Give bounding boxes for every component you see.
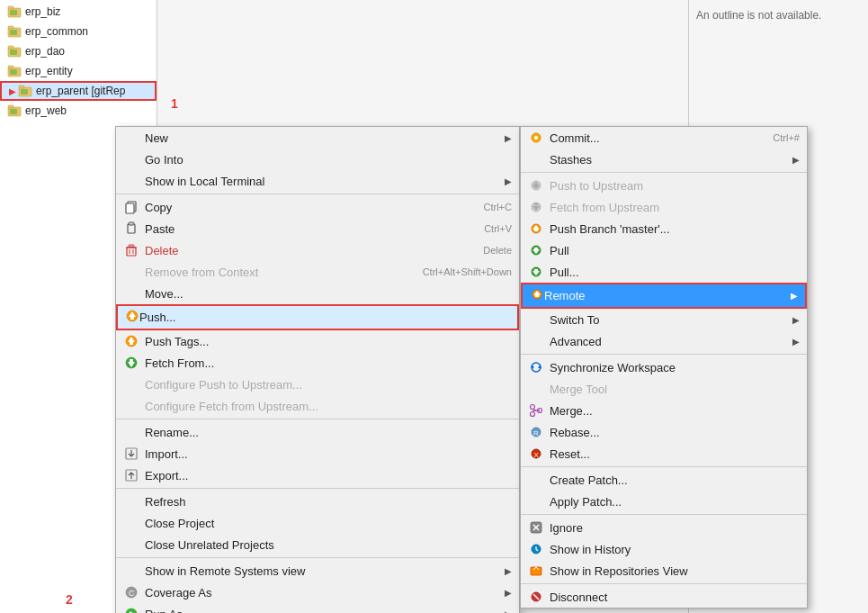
menu-item-push-tags[interactable]: Push Tags... [116,330,519,352]
git-menu-advanced[interactable]: Advanced ▶ [521,330,807,352]
menu-label: Create Patch... [550,473,800,487]
refresh-icon [123,493,139,509]
menu-item-delete[interactable]: Delete Delete [116,239,519,261]
menu-item-coverage-as[interactable]: C Coverage As ▶ [116,581,519,603]
tree-item-label: erp_dao [25,45,65,58]
menu-item-new[interactable]: New ▶ [116,127,519,149]
tree-item-erp_parent[interactable]: ▶ erp_parent [gitRep [0,81,157,101]
menu-label: Show in Local Terminal [145,175,505,188]
ignore-icon [528,519,544,536]
menu-label: Synchronize Workspace [550,361,800,374]
svg-text:R: R [533,429,539,437]
git-menu-push-branch[interactable]: Push Branch 'master'... [521,218,807,239]
git-menu-stashes[interactable]: Stashes ▶ [521,149,807,170]
menu-label: Close Project [145,517,512,530]
tree-item-erp_biz[interactable]: erp_biz [0,2,157,22]
git-menu-pull[interactable]: Pull [521,239,807,261]
import-icon [123,446,139,462]
delete-icon [123,242,139,258]
svg-rect-21 [129,222,134,225]
git-menu-remote[interactable]: Remote ▶ [521,283,807,309]
svg-rect-17 [10,109,17,114]
git-menu-create-patch[interactable]: Create Patch... [521,469,807,491]
menu-item-fetch-from[interactable]: Fetch From... [116,352,519,374]
remote-icon [530,287,544,304]
menu-item-rename[interactable]: Rename... [116,421,519,443]
menu-label: Go Into [145,153,512,167]
push-upstream-icon [528,177,544,194]
tree-item-erp_web[interactable]: erp_web [0,101,157,121]
menu-label: Fetch from Upstream [550,201,800,214]
menu-item-configure-push: Configure Push to Upstream... [116,374,519,395]
menu-label: Configure Fetch from Upstream... [145,400,512,413]
svg-point-66 [531,405,535,410]
merge-icon [528,402,544,419]
menu-label: Push Tags... [145,335,512,348]
menu-item-copy[interactable]: Copy Ctrl+C [116,196,519,218]
disconnect-icon [528,589,544,605]
menu-shortcut: Delete [483,245,512,256]
menu-item-close-project[interactable]: Close Project [116,512,519,534]
menu-label: Fetch From... [145,356,512,370]
tree-item-erp_dao[interactable]: erp_dao [0,41,157,61]
git-menu-rebase[interactable]: R Rebase... [521,421,807,443]
menu-shortcut: Ctrl+C [484,202,512,212]
menu-item-close-unrelated[interactable]: Close Unrelated Projects [116,534,519,555]
terminal-icon [123,173,139,189]
menu-item-configure-fetch: Configure Fetch from Upstream... [116,395,519,417]
reset-icon: X [528,446,544,462]
menu-item-refresh[interactable]: Refresh [116,491,519,512]
git-menu-pull-dots[interactable]: Pull... [521,261,807,283]
submenu-arrow-icon: ▶ [505,176,512,186]
menu-separator [521,172,807,173]
menu-separator [521,514,807,515]
git-menu-show-history[interactable]: Show in History [521,538,807,560]
close-project-icon [123,515,139,531]
menu-item-show-remote-systems[interactable]: Show in Remote Systems view ▶ [116,560,519,581]
svg-rect-13 [19,86,24,88]
fetch-upstream-icon [528,199,544,215]
tree-item-erp_common[interactable]: erp_common [0,22,157,41]
menu-shortcut: Ctrl+Alt+Shift+Down [423,266,512,277]
git-submenu: Commit... Ctrl+# Stashes ▶ Push to Upstr… [520,126,808,608]
menu-item-run-as[interactable]: Run As ▶ [116,603,519,613]
menu-item-import[interactable]: Import... [116,443,519,464]
menu-label: Configure Push to Upstream... [145,378,512,392]
pull-dots-icon [528,264,544,280]
push-tags-icon [123,333,139,349]
git-menu-reset[interactable]: X Reset... [521,443,807,464]
git-menu-sync-workspace[interactable]: Synchronize Workspace [521,356,807,378]
annotation-2: 2 [66,592,73,607]
git-menu-merge[interactable]: Merge... [521,400,807,421]
svg-rect-19 [126,203,134,213]
svg-point-45 [534,136,538,140]
git-menu-ignore[interactable]: Ignore [521,517,807,538]
git-menu-show-repositories[interactable]: Show in Repositories View [521,560,807,581]
menu-separator [116,488,519,489]
menu-label: Refresh [145,495,512,509]
outline-text: An outline is not available. [689,0,868,31]
git-menu-apply-patch[interactable]: Apply Patch... [521,491,807,512]
menu-item-push[interactable]: Push... [116,304,519,330]
menu-separator [521,354,807,355]
menu-item-paste[interactable]: Paste Ctrl+V [116,218,519,239]
menu-label: Pull... [550,266,800,279]
tree-item-erp_entity[interactable]: erp_entity [0,61,157,81]
git-menu-disconnect[interactable]: Disconnect [521,586,807,608]
svg-rect-11 [10,69,17,75]
copy-icon [123,199,139,215]
paste-icon [123,221,139,237]
submenu-arrow-icon: ▶ [792,337,800,347]
menu-separator [116,419,519,419]
svg-point-67 [531,412,535,417]
configure-fetch-icon [123,398,139,414]
git-menu-switch-to[interactable]: Switch To ▶ [521,309,807,330]
git-menu-commit[interactable]: Commit... Ctrl+# [521,127,807,149]
menu-item-go-into[interactable]: Go Into [116,149,519,170]
menu-item-export[interactable]: Export... [116,464,519,486]
menu-label: Advanced [550,335,792,348]
menu-item-move[interactable]: Move... [116,283,519,304]
menu-item-show-local-terminal[interactable]: Show in Local Terminal ▶ [116,170,519,192]
svg-rect-7 [8,46,13,49]
tree-item-label: erp_web [25,104,67,117]
